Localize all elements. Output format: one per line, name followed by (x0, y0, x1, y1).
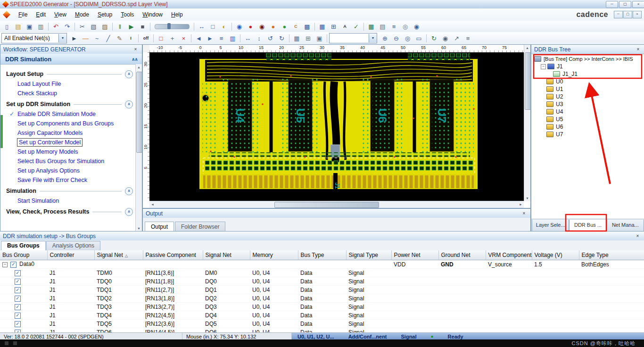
display-slider[interactable] (155, 24, 190, 29)
dropdown-arrow-icon[interactable]: ▾ (369, 34, 377, 42)
workflow-subtitle-bar[interactable]: DDR Simulation ∧∧ (0, 54, 142, 65)
scroll-down-icon[interactable]: ▼ (524, 195, 530, 201)
probe-icon[interactable]: ◉ (234, 21, 245, 32)
tree-tab-ddr-bus[interactable]: DDR Bus ... (569, 220, 606, 231)
snapshot-icon[interactable]: ◉ (440, 33, 451, 44)
collapse-button[interactable]: ∧ (125, 208, 133, 216)
net-filter-combo[interactable]: All Enabled Net(s) ▾ (1, 33, 67, 43)
close-icon[interactable]: × (635, 46, 642, 53)
menu-item-edit[interactable]: Edit (32, 10, 50, 19)
checkbox[interactable]: ✓ (15, 296, 21, 302)
scroll-left-icon[interactable]: ◄ (149, 201, 156, 207)
minimize-button[interactable]: ─ (606, 1, 618, 8)
workflow-step-assign-capacitor-models[interactable]: Assign Capacitor Models (0, 128, 136, 138)
column-header-signal-net[interactable]: Signal Net (203, 250, 250, 260)
export-icon[interactable]: ↗ (451, 33, 462, 44)
menu-item-window[interactable]: Window (138, 10, 167, 19)
column-header-power-net[interactable]: Power Net (391, 250, 438, 260)
copy-icon[interactable]: ▧ (88, 21, 99, 32)
column-header-voltage-v[interactable]: Voltage (V) (532, 250, 579, 260)
close-icon[interactable]: × (634, 233, 641, 240)
tree-tab-net-mana[interactable]: Net Mana... (607, 220, 644, 231)
pan-right-icon[interactable]: ► (205, 33, 215, 44)
options-icon[interactable]: ≡ (462, 33, 473, 44)
workflow-step-set-up-components-and-bus-groups[interactable]: Set up Components and Bus Groups (0, 119, 136, 128)
warning-node-icon[interactable]: ● (268, 21, 279, 32)
busgroups-tab-bus-groups[interactable]: Bus Groups (1, 241, 46, 250)
new-file-icon[interactable]: ▯ (1, 21, 12, 32)
pan-left-icon[interactable]: ◄ (193, 33, 204, 44)
pause-simulation-icon[interactable]: ‖ (115, 21, 125, 32)
padstack-icon[interactable]: ◎ (400, 21, 411, 32)
contrast-icon[interactable]: ◐ (219, 21, 230, 32)
rotate-cw-icon[interactable]: ↻ (276, 33, 287, 44)
scroll-thumb[interactable] (525, 52, 531, 110)
tree-tab-layer-sele[interactable]: Layer Sele... (532, 220, 569, 231)
signal-row[interactable]: ✓J1TDQ1[RN11(2,7)]DQ1U0, U4DataSignal (0, 286, 644, 294)
record-icon[interactable]: ● (245, 21, 256, 32)
print-icon[interactable]: ▥ (35, 21, 46, 32)
power-node-icon[interactable]: ◉ (256, 21, 267, 32)
quick-search-combo[interactable]: ▾ (329, 33, 377, 43)
column-header-bus-group[interactable]: Bus Group (0, 250, 47, 260)
collapse-chevrons-icon[interactable]: ∧∧ (132, 57, 137, 62)
tree-node-u2[interactable]: U2 (531, 93, 644, 100)
column-header-signal-type[interactable]: Signal Type (346, 250, 391, 260)
column-header-edge-type[interactable]: Edge Type (579, 250, 644, 260)
calculator-icon[interactable]: ⊞ (328, 21, 339, 32)
ground-node-icon[interactable]: ● (279, 21, 290, 32)
scroll-up-icon[interactable]: ▲ (524, 45, 530, 51)
scroll-right-icon[interactable]: ► (518, 201, 524, 207)
align-icon[interactable]: ≡ (216, 33, 227, 44)
mdi-minimize-button[interactable]: ─ (614, 11, 623, 18)
text-tool-icon[interactable]: A (339, 21, 350, 32)
dropdown-arrow-icon[interactable]: ▾ (58, 34, 66, 42)
zoom-fit-icon[interactable]: ◎ (402, 33, 413, 44)
tree-node-u4[interactable]: U4 (531, 108, 644, 116)
collapse-button[interactable]: ∧ (125, 70, 133, 78)
area-select-icon[interactable]: □ (156, 33, 166, 44)
checkbox[interactable]: ✓ (15, 304, 21, 310)
tree-node-u5[interactable]: U5 (531, 116, 644, 123)
tree-node-u7[interactable]: U7 (531, 131, 644, 138)
bus-tree-root[interactable]: [Bus Tree] Comp >> InterConn >> IBIS (531, 55, 644, 63)
maximize-button[interactable]: ▢ (619, 1, 631, 8)
signal-row[interactable]: ✓J1TDQ3[RN13(2,7)]DQ3U0, U4DataSignal (0, 303, 644, 311)
tree-node-u6[interactable]: U6 (531, 123, 644, 131)
via-icon[interactable]: ◉ (411, 21, 422, 32)
curve-tool-icon[interactable]: ~ (91, 33, 102, 44)
tree-node-u1[interactable]: U1 (531, 85, 644, 93)
column-header-ground-net[interactable]: Ground Net (438, 250, 486, 260)
tree-node-j1-j1[interactable]: J1_J1 (531, 70, 644, 78)
flip-vertical-icon[interactable]: ↕ (254, 33, 264, 44)
menu-item-mode[interactable]: Mode (71, 10, 93, 19)
flip-horizontal-icon[interactable]: ↔ (242, 33, 253, 44)
output-tab-folder-browser[interactable]: Folder Browser (175, 222, 225, 231)
split-window-icon[interactable]: ▣ (314, 33, 325, 44)
rotate-ccw-icon[interactable]: ↺ (265, 33, 276, 44)
scroll-thumb[interactable] (274, 202, 379, 208)
run-simulation-icon[interactable]: ▶ (126, 21, 137, 32)
column-header-bus-type[interactable]: Bus Type (298, 250, 346, 260)
signal-row[interactable]: ✓J1TDQ4[RN12(4,5)]DQ4U0, U4DataSignal (0, 311, 644, 320)
menu-item-file[interactable]: File (14, 10, 32, 19)
stop-simulation-icon[interactable]: ■ (137, 21, 148, 32)
checkbox[interactable]: ✓ (10, 262, 17, 268)
edit-tool-icon[interactable]: ✎ (114, 33, 125, 44)
scroll-thumb[interactable] (136, 72, 142, 153)
expander-icon[interactable]: − (2, 262, 8, 267)
signal-row[interactable]: ✓J1TDQ0[RN11(1,8)]DQ0U0, U4DataSignal (0, 277, 644, 286)
output-tab-output[interactable]: Output (145, 222, 174, 231)
workflow-step-start-simulation[interactable]: Start Simulation (0, 196, 136, 206)
menu-item-view[interactable]: View (50, 10, 71, 19)
workflow-step-set-up-controller-model[interactable]: Set up Controller Model (0, 138, 136, 147)
workflow-step-set-up-analysis-options[interactable]: Set up Analysis Options (0, 166, 136, 175)
expander-icon[interactable]: − (541, 64, 546, 69)
snap-grid-icon[interactable]: ⊞ (303, 33, 314, 44)
signal-row[interactable]: ✓J1TDQ2[RN13(1,8)]DQ2U0, U4DataSignal (0, 294, 644, 303)
grid-toggle-icon[interactable]: ▦ (291, 33, 302, 44)
close-button[interactable]: × (632, 1, 644, 8)
checkbox[interactable]: ✓ (15, 287, 21, 293)
canvas-vertical-scrollbar[interactable]: ▲ ▼ (524, 45, 530, 201)
signal-row[interactable]: ✓J1TDM0[RN11(3,6)]DM0U0, U4DataSignal (0, 269, 644, 277)
